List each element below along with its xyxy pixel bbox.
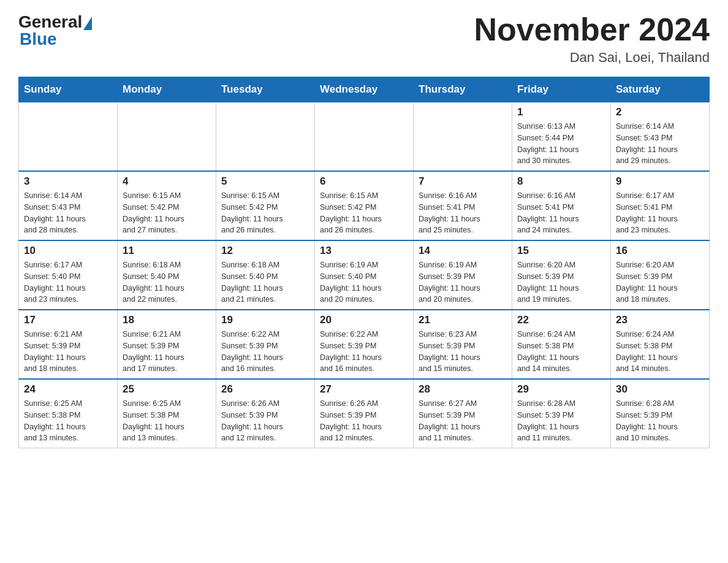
weekday-header-row: SundayMondayTuesdayWednesdayThursdayFrid…: [19, 77, 710, 102]
cell-info-text: Sunrise: 6:28 AM Sunset: 5:39 PM Dayligh…: [616, 398, 704, 444]
calendar-cell-w3-d2: 19Sunrise: 6:22 AM Sunset: 5:39 PM Dayli…: [216, 310, 315, 379]
calendar-cell-w3-d3: 20Sunrise: 6:22 AM Sunset: 5:39 PM Dayli…: [315, 310, 414, 379]
weekday-header-sunday: Sunday: [19, 77, 118, 102]
week-row-0: 1Sunrise: 6:13 AM Sunset: 5:44 PM Daylig…: [19, 102, 710, 172]
week-row-1: 3Sunrise: 6:14 AM Sunset: 5:43 PM Daylig…: [19, 171, 710, 240]
cell-info-text: Sunrise: 6:17 AM Sunset: 5:40 PM Dayligh…: [24, 259, 112, 305]
calendar-cell-w1-d4: 7Sunrise: 6:16 AM Sunset: 5:41 PM Daylig…: [414, 171, 512, 240]
cell-info-text: Sunrise: 6:27 AM Sunset: 5:39 PM Dayligh…: [419, 398, 507, 444]
cell-day-number: 13: [320, 245, 408, 257]
cell-info-text: Sunrise: 6:15 AM Sunset: 5:42 PM Dayligh…: [123, 190, 211, 236]
cell-day-number: 27: [320, 383, 408, 396]
weekday-header-wednesday: Wednesday: [315, 77, 414, 102]
cell-day-number: 21: [419, 314, 507, 326]
cell-day-number: 23: [616, 314, 704, 326]
logo-text-general: General: [18, 12, 82, 31]
cell-day-number: 19: [221, 314, 309, 326]
calendar-cell-w3-d1: 18Sunrise: 6:21 AM Sunset: 5:39 PM Dayli…: [118, 310, 216, 379]
cell-day-number: 2: [616, 106, 704, 118]
weekday-header-thursday: Thursday: [414, 77, 512, 102]
calendar-cell-w1-d1: 4Sunrise: 6:15 AM Sunset: 5:42 PM Daylig…: [118, 171, 216, 240]
cell-day-number: 22: [517, 314, 605, 326]
week-row-4: 24Sunrise: 6:25 AM Sunset: 5:38 PM Dayli…: [19, 379, 710, 448]
cell-info-text: Sunrise: 6:24 AM Sunset: 5:38 PM Dayligh…: [517, 329, 605, 375]
cell-info-text: Sunrise: 6:15 AM Sunset: 5:42 PM Dayligh…: [320, 190, 408, 236]
cell-info-text: Sunrise: 6:19 AM Sunset: 5:39 PM Dayligh…: [419, 259, 507, 305]
calendar-cell-w2-d1: 11Sunrise: 6:18 AM Sunset: 5:40 PM Dayli…: [118, 240, 216, 310]
cell-day-number: 25: [123, 383, 211, 396]
calendar-cell-w4-d4: 28Sunrise: 6:27 AM Sunset: 5:39 PM Dayli…: [414, 379, 512, 448]
calendar-cell-w4-d0: 24Sunrise: 6:25 AM Sunset: 5:38 PM Dayli…: [19, 379, 118, 448]
calendar-cell-w2-d6: 16Sunrise: 6:20 AM Sunset: 5:39 PM Dayli…: [611, 240, 710, 310]
calendar-cell-w0-d0: [19, 102, 118, 172]
cell-info-text: Sunrise: 6:23 AM Sunset: 5:39 PM Dayligh…: [419, 329, 507, 375]
cell-day-number: 14: [419, 245, 507, 257]
cell-info-text: Sunrise: 6:18 AM Sunset: 5:40 PM Dayligh…: [123, 259, 211, 305]
cell-info-text: Sunrise: 6:13 AM Sunset: 5:44 PM Dayligh…: [517, 121, 605, 167]
cell-day-number: 28: [419, 383, 507, 396]
calendar-cell-w1-d5: 8Sunrise: 6:16 AM Sunset: 5:41 PM Daylig…: [512, 171, 611, 240]
cell-day-number: 24: [24, 383, 112, 396]
calendar-cell-w0-d5: 1Sunrise: 6:13 AM Sunset: 5:44 PM Daylig…: [512, 102, 611, 172]
cell-day-number: 10: [24, 245, 112, 257]
calendar-cell-w2-d3: 13Sunrise: 6:19 AM Sunset: 5:40 PM Dayli…: [315, 240, 414, 310]
calendar-cell-w0-d6: 2Sunrise: 6:14 AM Sunset: 5:43 PM Daylig…: [611, 102, 710, 172]
cell-day-number: 9: [616, 175, 704, 188]
week-row-3: 17Sunrise: 6:21 AM Sunset: 5:39 PM Dayli…: [19, 310, 710, 379]
cell-day-number: 5: [221, 175, 309, 188]
cell-info-text: Sunrise: 6:16 AM Sunset: 5:41 PM Dayligh…: [419, 190, 507, 236]
cell-info-text: Sunrise: 6:19 AM Sunset: 5:40 PM Dayligh…: [320, 259, 408, 305]
cell-day-number: 26: [221, 383, 309, 396]
cell-info-text: Sunrise: 6:18 AM Sunset: 5:40 PM Dayligh…: [221, 259, 309, 305]
weekday-header-tuesday: Tuesday: [216, 77, 315, 102]
cell-day-number: 6: [320, 175, 408, 188]
cell-day-number: 18: [123, 314, 211, 326]
weekday-header-saturday: Saturday: [611, 77, 710, 102]
calendar-cell-w0-d1: [118, 102, 216, 172]
calendar-title: November 2024: [474, 12, 710, 47]
header: General Blue November 2024 Dan Sai, Loei…: [18, 12, 710, 66]
weekday-header-friday: Friday: [512, 77, 611, 102]
cell-info-text: Sunrise: 6:26 AM Sunset: 5:39 PM Dayligh…: [221, 398, 309, 444]
cell-day-number: 3: [24, 175, 112, 188]
calendar-cell-w1-d6: 9Sunrise: 6:17 AM Sunset: 5:41 PM Daylig…: [611, 171, 710, 240]
title-area: November 2024 Dan Sai, Loei, Thailand: [474, 12, 710, 66]
calendar-cell-w0-d2: [216, 102, 315, 172]
cell-info-text: Sunrise: 6:14 AM Sunset: 5:43 PM Dayligh…: [24, 190, 112, 236]
cell-info-text: Sunrise: 6:25 AM Sunset: 5:38 PM Dayligh…: [24, 398, 112, 444]
cell-day-number: 11: [123, 245, 211, 257]
calendar-cell-w3-d4: 21Sunrise: 6:23 AM Sunset: 5:39 PM Dayli…: [414, 310, 512, 379]
calendar-cell-w2-d0: 10Sunrise: 6:17 AM Sunset: 5:40 PM Dayli…: [19, 240, 118, 310]
cell-day-number: 12: [221, 245, 309, 257]
calendar-cell-w4-d2: 26Sunrise: 6:26 AM Sunset: 5:39 PM Dayli…: [216, 379, 315, 448]
calendar-cell-w1-d3: 6Sunrise: 6:15 AM Sunset: 5:42 PM Daylig…: [315, 171, 414, 240]
cell-info-text: Sunrise: 6:15 AM Sunset: 5:42 PM Dayligh…: [221, 190, 309, 236]
cell-info-text: Sunrise: 6:22 AM Sunset: 5:39 PM Dayligh…: [221, 329, 309, 375]
cell-info-text: Sunrise: 6:28 AM Sunset: 5:39 PM Dayligh…: [517, 398, 605, 444]
calendar-cell-w1-d0: 3Sunrise: 6:14 AM Sunset: 5:43 PM Daylig…: [19, 171, 118, 240]
cell-info-text: Sunrise: 6:22 AM Sunset: 5:39 PM Dayligh…: [320, 329, 408, 375]
cell-info-text: Sunrise: 6:17 AM Sunset: 5:41 PM Dayligh…: [616, 190, 704, 236]
cell-info-text: Sunrise: 6:16 AM Sunset: 5:41 PM Dayligh…: [517, 190, 605, 236]
calendar-cell-w4-d5: 29Sunrise: 6:28 AM Sunset: 5:39 PM Dayli…: [512, 379, 611, 448]
calendar-cell-w3-d5: 22Sunrise: 6:24 AM Sunset: 5:38 PM Dayli…: [512, 310, 611, 379]
cell-info-text: Sunrise: 6:20 AM Sunset: 5:39 PM Dayligh…: [517, 259, 605, 305]
logo-triangle-icon: [83, 17, 92, 30]
calendar-cell-w0-d4: [414, 102, 512, 172]
weekday-header-monday: Monday: [118, 77, 216, 102]
cell-day-number: 15: [517, 245, 605, 257]
cell-day-number: 29: [517, 383, 605, 396]
calendar-cell-w4-d1: 25Sunrise: 6:25 AM Sunset: 5:38 PM Dayli…: [118, 379, 216, 448]
calendar-cell-w4-d3: 27Sunrise: 6:26 AM Sunset: 5:39 PM Dayli…: [315, 379, 414, 448]
calendar-subtitle: Dan Sai, Loei, Thailand: [474, 50, 710, 66]
cell-info-text: Sunrise: 6:26 AM Sunset: 5:39 PM Dayligh…: [320, 398, 408, 444]
calendar-cell-w0-d3: [315, 102, 414, 172]
cell-info-text: Sunrise: 6:21 AM Sunset: 5:39 PM Dayligh…: [24, 329, 112, 375]
calendar-cell-w3-d0: 17Sunrise: 6:21 AM Sunset: 5:39 PM Dayli…: [19, 310, 118, 379]
cell-day-number: 1: [517, 106, 605, 118]
calendar-cell-w2-d4: 14Sunrise: 6:19 AM Sunset: 5:39 PM Dayli…: [414, 240, 512, 310]
calendar-table: SundayMondayTuesdayWednesdayThursdayFrid…: [18, 77, 710, 448]
cell-info-text: Sunrise: 6:24 AM Sunset: 5:38 PM Dayligh…: [616, 329, 704, 375]
cell-day-number: 30: [616, 383, 704, 396]
cell-info-text: Sunrise: 6:14 AM Sunset: 5:43 PM Dayligh…: [616, 121, 704, 167]
